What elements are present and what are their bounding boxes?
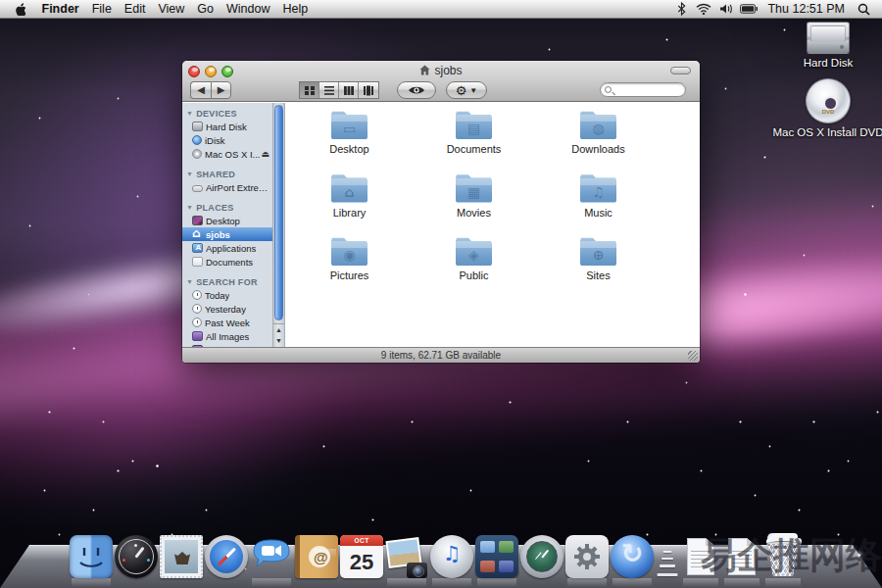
icon-view-button[interactable] [300,82,319,98]
dock-itunes-icon[interactable] [430,535,473,578]
sidebar-item-documents[interactable]: Documents [182,255,272,269]
sidebar-item-yesterday[interactable]: Yesterday [182,302,272,316]
sidebar-section-header[interactable]: ▼SHARED [182,168,272,180]
menu-file[interactable]: File [85,2,118,16]
folder-icon: ▦ [456,174,492,203]
spotlight-icon[interactable] [855,2,872,17]
desktop-icon-install-dvd[interactable]: Mac OS X Install DVD [767,78,882,138]
folder-desktop[interactable]: ▭Desktop [287,109,412,172]
menu-edit[interactable]: Edit [118,2,152,16]
sidebar-scrollbar[interactable]: ▲▼ [273,103,285,347]
status-text: 9 items, 62.71 GB available [381,350,501,361]
forward-button[interactable]: ▶ [211,81,231,99]
ical-day: 25 [340,546,383,578]
quick-look-button[interactable] [397,81,436,99]
ical-month: OCT [340,535,383,546]
back-button[interactable]: ◀ [190,81,211,99]
dock-address-book-icon[interactable] [295,535,338,578]
action-menu-button[interactable]: ⚙▼ [446,81,487,99]
folder-documents[interactable]: ▤Documents [412,109,536,172]
folder-movies[interactable]: ▦Movies [412,172,536,236]
dock-ichat-icon[interactable] [250,535,293,578]
window-header[interactable]: sjobs ◀ ▶ [182,61,700,102]
sidebar-section-header[interactable]: ▼SEARCH FOR [182,275,272,288]
dock-safari-icon[interactable] [205,535,248,578]
search-input[interactable] [600,82,686,97]
sidebar-section-header[interactable]: ▼PLACES [182,201,272,214]
folder-music[interactable]: ♫Music [536,172,661,236]
dock-dashboard-icon[interactable] [115,535,158,578]
sidebar-item-past-week[interactable]: Past Week [182,316,272,329]
sidebar-item-all-images[interactable]: All Images [182,329,272,343]
dock-system-preferences-icon[interactable] [565,535,609,578]
disc-icon [192,149,202,159]
sidebar-item-sjobs[interactable]: sjobs [182,227,272,241]
folder-view: ▭Desktop▤Documents◍Downloads⌂Library▦Mov… [285,103,700,347]
scrollbar-thumb[interactable] [274,105,283,320]
menu-bar-clock[interactable]: Thu 12:51 PM [767,2,845,16]
desktop-icon [192,216,203,225]
list-view-button[interactable] [319,82,339,98]
dock: OCT 25 [70,535,803,578]
sidebar-item-label: Hard Disk [206,122,247,132]
folder-label: Public [460,270,489,281]
folder-emblem: ⌂ [331,181,368,203]
toolbar-toggle-pill[interactable] [670,67,691,74]
sidebar-item-label: Desktop [206,216,240,226]
folder-sites[interactable]: ⊕Sites [536,235,661,299]
dock-iphoto-icon[interactable] [385,535,428,578]
menu-go[interactable]: Go [191,2,220,16]
menu-help[interactable]: Help [276,2,315,16]
sidebar-item-airport-extreme[interactable]: AirPort Extreme [182,180,272,194]
folder-downloads[interactable]: ◍Downloads [536,109,661,172]
battery-icon[interactable] [740,2,758,17]
wifi-icon[interactable] [695,2,712,17]
bluetooth-icon[interactable] [672,2,690,17]
sidebar-item-label: iDisk [205,135,225,146]
clock-icon [192,304,202,314]
menu-finder[interactable]: Finder [35,2,85,16]
folder-icon: ⌂ [331,174,368,203]
sidebar-item-hard-disk[interactable]: Hard Disk [182,120,272,133]
sidebar-item-today[interactable]: Today [182,288,272,302]
folder-label: Music [584,207,612,219]
menu-view[interactable]: View [152,2,191,16]
volume-icon[interactable] [717,2,735,17]
scrollbar-arrows[interactable]: ▲▼ [273,323,284,347]
dock-mail-icon[interactable] [160,535,203,578]
resize-grip[interactable] [688,351,698,361]
folder-label: Documents [447,143,502,155]
folder-library[interactable]: ⌂Library [287,172,412,236]
apple-menu-icon[interactable] [14,2,25,16]
sidebar-item-label: AirPort Extreme [206,182,270,193]
dock-ical-icon[interactable]: OCT 25 [340,535,383,578]
dock-sync-icon[interactable] [611,535,654,578]
sidebar-item-label: Applications [206,243,256,254]
folder-pictures[interactable]: ◉Pictures [287,235,412,299]
coverflow-view-button[interactable] [359,82,378,98]
folder-public[interactable]: ◈Public [412,235,536,299]
idisk-icon [192,135,202,145]
sidebar-item-label: Past Week [205,318,250,328]
sidebar-item-label: Mac OS X I... [205,149,261,160]
sidebar-item-mac-os-x-i-[interactable]: Mac OS X I...⏏ [182,147,272,161]
desktop-icon-hard-disk[interactable]: Hard Disk [767,22,882,69]
folder-emblem: ◈ [456,244,492,266]
sidebar-section-header[interactable]: ▼DEVICES [182,107,272,120]
dock-finder-icon[interactable] [70,535,113,578]
eject-icon[interactable]: ⏏ [261,149,270,159]
folder-icon: ◉ [331,237,368,266]
dock-time-machine-icon[interactable] [520,535,564,578]
search-icon [605,86,612,93]
sidebar-item-idisk[interactable]: iDisk [182,133,272,147]
folder-icon: ♫ [580,174,616,203]
menu-window[interactable]: Window [220,2,275,16]
folder-emblem: ◉ [331,244,368,266]
column-view-button[interactable] [339,82,359,98]
clock-icon [192,290,202,300]
sidebar-item-desktop[interactable]: Desktop [182,214,272,227]
sidebar-item-label: sjobs [206,229,230,240]
dock-spaces-icon[interactable] [475,535,518,578]
hd-icon [192,122,203,131]
sidebar-item-applications[interactable]: Applications [182,241,272,255]
